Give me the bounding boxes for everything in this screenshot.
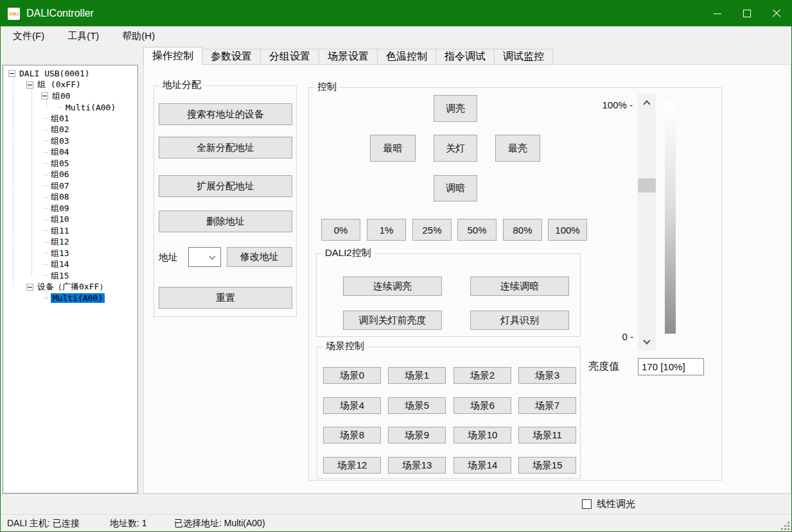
- scene-1-button[interactable]: 场景1: [388, 367, 446, 384]
- luminaire-identify-button[interactable]: 灯具识别: [470, 311, 569, 330]
- delete-address-button[interactable]: 删除地址: [159, 210, 292, 232]
- tab-operation-control[interactable]: 操作控制: [143, 47, 202, 65]
- scene-6-button[interactable]: 场景6: [453, 397, 511, 414]
- tab-parameter-settings[interactable]: 参数设置: [202, 49, 261, 65]
- collapse-icon[interactable]: [41, 92, 48, 99]
- brightness-scrollbar[interactable]: [638, 94, 656, 350]
- collapse-icon[interactable]: [26, 284, 33, 291]
- tree-item-group10[interactable]: 组10: [3, 214, 137, 226]
- tree-item-group05[interactable]: 组05: [3, 158, 137, 169]
- max-percent-label: 100% -: [585, 99, 633, 110]
- brightness-gradient-bar: [665, 101, 676, 334]
- tree-item-group03[interactable]: 组03: [3, 135, 137, 147]
- menu-file[interactable]: 文件(F): [4, 28, 53, 45]
- tab-scene-settings[interactable]: 场景设置: [319, 49, 378, 65]
- tree-item-group15[interactable]: 组15: [3, 270, 137, 282]
- scene-7-button[interactable]: 场景7: [518, 397, 576, 414]
- brightness-value-field[interactable]: 170 [10%]: [638, 358, 704, 375]
- tree-item-group13[interactable]: 组13: [3, 248, 137, 259]
- address-group-title: 地址分配: [159, 79, 204, 91]
- scene-11-button[interactable]: 场景11: [518, 427, 576, 443]
- tree-item-group04[interactable]: 组04: [3, 147, 137, 159]
- percent-1-button[interactable]: 1%: [367, 219, 406, 241]
- scene-8-button[interactable]: 场景8: [323, 427, 381, 443]
- lights-off-button[interactable]: 关灯: [434, 135, 477, 162]
- collapse-icon[interactable]: [26, 82, 33, 89]
- percent-25-button[interactable]: 25%: [412, 219, 452, 241]
- close-button[interactable]: [762, 1, 791, 26]
- tab-grouping-settings[interactable]: 分组设置: [261, 49, 319, 65]
- tree-item-group07[interactable]: 组07: [3, 180, 137, 192]
- status-address-count: 地址数: 1: [103, 515, 168, 532]
- scene-9-button[interactable]: 场景9: [388, 427, 446, 443]
- min-brightness-button[interactable]: 最暗: [370, 135, 416, 162]
- min-percent-label: 0 -: [608, 331, 633, 342]
- tree-item-group14[interactable]: 组14: [3, 259, 137, 271]
- tree-item-group08[interactable]: 组08: [3, 192, 137, 203]
- reset-button[interactable]: 重置: [159, 287, 292, 309]
- scene-12-button[interactable]: 场景12: [323, 457, 381, 474]
- dali2-group-title: DALI2控制: [322, 247, 374, 259]
- tree-item-group02[interactable]: 组02: [3, 124, 137, 136]
- collapse-icon[interactable]: [8, 70, 15, 77]
- tab-command-debug[interactable]: 指令调试: [436, 49, 495, 65]
- scene-3-button[interactable]: 场景3: [518, 367, 576, 384]
- goto-last-level-button[interactable]: 调到关灯前亮度: [343, 311, 442, 330]
- modify-address-button[interactable]: 修改地址: [227, 247, 292, 267]
- tree-item-group01[interactable]: 组01: [3, 113, 137, 124]
- scene-10-button[interactable]: 场景10: [453, 427, 511, 443]
- tree-item-device-broadcast[interactable]: 设备（广播0xFF）: [3, 282, 137, 293]
- resize-grip[interactable]: [782, 522, 789, 530]
- operation-control-page: 地址分配 搜索有地址的设备 全新分配地址 扩展分配地址 删除地址 地址 修改地址…: [143, 64, 791, 493]
- tree-item-multi-a00-selected[interactable]: Multi(A00): [3, 293, 137, 304]
- tree-item-group00[interactable]: 组00: [3, 90, 137, 102]
- search-addressed-devices-button[interactable]: 搜索有地址的设备: [159, 103, 292, 125]
- menu-tools[interactable]: 工具(T): [59, 28, 107, 45]
- linear-dimming-label: 线性调光: [597, 498, 635, 510]
- minimize-button[interactable]: [703, 1, 732, 26]
- menu-help[interactable]: 帮助(H): [114, 28, 163, 45]
- scene-control-group: 场景控制 场景0 场景1 场景2 场景3 场景4 场景5 场景6 场景7 场景8…: [317, 347, 581, 479]
- assign-new-addresses-button[interactable]: 全新分配地址: [159, 137, 292, 159]
- scene-15-button[interactable]: 场景15: [518, 457, 576, 474]
- percent-80-button[interactable]: 80%: [503, 219, 542, 241]
- percent-0-button[interactable]: 0%: [321, 219, 360, 241]
- tree-item-dali-usb[interactable]: DALI USB(0001): [3, 68, 137, 80]
- linear-dimming-checkbox[interactable]: [582, 499, 592, 509]
- title-bar: DALI DALIController: [1, 1, 791, 26]
- max-brightness-button[interactable]: 最亮: [495, 135, 540, 162]
- app-icon-text: DALI: [9, 12, 18, 16]
- close-icon: [772, 9, 781, 18]
- tree-item-group-root[interactable]: 组 (0xFF): [3, 80, 137, 91]
- continuous-dim-button[interactable]: 连续调暗: [470, 277, 569, 296]
- status-selected-address: 已选择地址: Multi(A00): [168, 515, 272, 532]
- address-combobox[interactable]: [188, 247, 221, 267]
- scroll-down-button[interactable]: [638, 333, 656, 350]
- tree-item-group06[interactable]: 组06: [3, 169, 137, 181]
- control-group: 控制 调亮 最暗 关灯 最亮 调暗 0% 1% 25% 50% 80% 100%…: [308, 87, 722, 481]
- maximize-button[interactable]: [732, 1, 762, 26]
- tree-item-multi-a00[interactable]: Multi(A00): [3, 102, 137, 114]
- menu-bar: 文件(F) 工具(T) 帮助(H): [1, 26, 791, 46]
- scene-0-button[interactable]: 场景0: [323, 367, 381, 384]
- scene-4-button[interactable]: 场景4: [323, 397, 381, 414]
- percent-100-button[interactable]: 100%: [548, 219, 587, 241]
- chevron-down-icon: [643, 337, 650, 344]
- tab-debug-monitor[interactable]: 调试监控: [495, 49, 553, 65]
- dali-controller-window: DALI DALIController 文件(F) 工具(T) 帮助(H) DA…: [0, 0, 792, 532]
- brighten-button[interactable]: 调亮: [434, 95, 477, 122]
- continuous-brighten-button[interactable]: 连续调亮: [343, 277, 442, 296]
- percent-50-button[interactable]: 50%: [457, 219, 497, 241]
- scrollbar-thumb[interactable]: [638, 178, 656, 193]
- scroll-up-button[interactable]: [638, 94, 656, 111]
- dim-button[interactable]: 调暗: [434, 175, 477, 202]
- scene-5-button[interactable]: 场景5: [388, 397, 446, 414]
- tree-item-group12[interactable]: 组12: [3, 237, 137, 248]
- tab-color-temp-control[interactable]: 色温控制: [378, 49, 436, 65]
- scene-14-button[interactable]: 场景14: [453, 457, 511, 474]
- scene-13-button[interactable]: 场景13: [388, 457, 446, 474]
- tree-item-group11[interactable]: 组11: [3, 225, 137, 237]
- extend-assign-addresses-button[interactable]: 扩展分配地址: [159, 175, 292, 197]
- tree-item-group09[interactable]: 组09: [3, 203, 137, 214]
- scene-2-button[interactable]: 场景2: [453, 367, 511, 384]
